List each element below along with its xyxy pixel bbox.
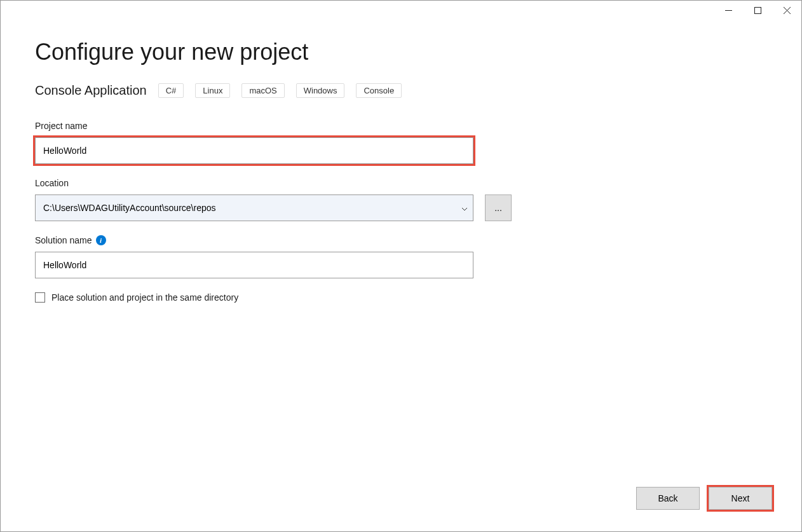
template-tag: C#	[158, 83, 184, 98]
template-tag: Windows	[296, 83, 345, 98]
maximize-button[interactable]	[743, 1, 772, 20]
svg-rect-1	[754, 7, 761, 13]
maximize-icon	[754, 7, 761, 14]
svg-rect-0	[725, 10, 732, 11]
window-controls	[714, 1, 801, 20]
footer-buttons: Back Next	[636, 487, 772, 510]
page-title: Configure your new project	[35, 39, 767, 65]
back-button[interactable]: Back	[636, 487, 700, 510]
minimize-button[interactable]	[714, 1, 743, 20]
solution-name-input[interactable]	[35, 252, 473, 278]
template-name: Console Application	[35, 83, 147, 98]
close-button[interactable]	[772, 1, 801, 20]
template-tag: macOS	[241, 83, 284, 98]
minimize-icon	[725, 10, 732, 11]
info-icon[interactable]: i	[96, 235, 106, 245]
browse-button[interactable]: ...	[485, 194, 512, 221]
solution-name-label: Solution name	[35, 235, 92, 245]
location-input[interactable]	[35, 194, 473, 221]
project-name-label: Project name	[35, 121, 767, 131]
location-combo[interactable]	[35, 194, 473, 221]
project-name-input[interactable]	[35, 137, 473, 164]
template-tag: Linux	[195, 83, 230, 98]
next-button[interactable]: Next	[709, 487, 772, 510]
location-label: Location	[35, 178, 767, 188]
same-directory-label: Place solution and project in the same d…	[51, 292, 238, 303]
template-tag: Console	[356, 83, 402, 98]
same-directory-checkbox[interactable]	[35, 292, 45, 303]
close-icon	[784, 7, 791, 14]
template-summary: Console Application C# Linux macOS Windo…	[35, 83, 767, 98]
